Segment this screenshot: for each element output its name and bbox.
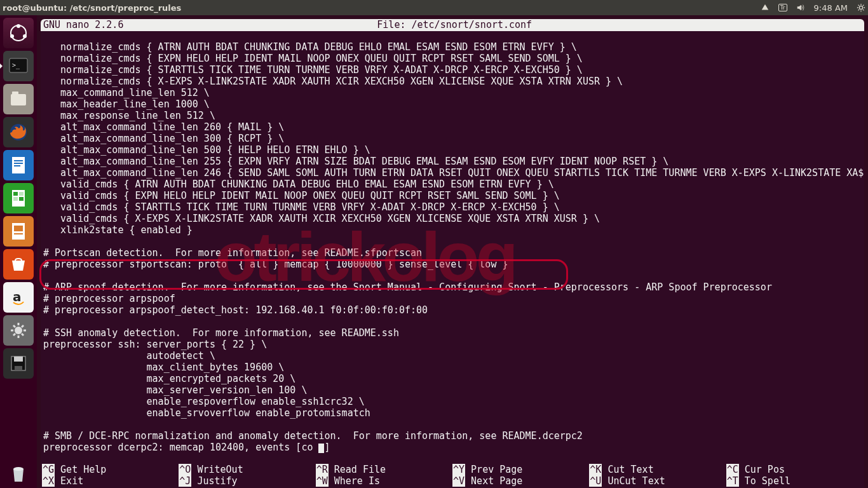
- nano-file-label: File: /etc/snort/snort.conf: [123, 19, 785, 31]
- nano-help-item: ^C Cur Pos: [726, 464, 863, 475]
- nano-help-bar: ^G Get Help^O WriteOut^R Read File^Y Pre…: [41, 464, 864, 488]
- nano-help-item: ^J Justify: [179, 475, 315, 487]
- svg-text:a: a: [13, 289, 22, 304]
- svg-rect-26: [15, 366, 22, 370]
- launcher-writer[interactable]: [3, 150, 34, 180]
- nano-help-item: ^T To Spell: [726, 475, 863, 487]
- top-menubar: root@ubuntu: /etc/snort/preproc_rules Tr…: [0, 0, 868, 15]
- network-icon[interactable]: [761, 3, 770, 12]
- nano-title-bar: GNU nano 2.2.6 File: /etc/snort/snort.co…: [41, 19, 864, 31]
- terminal-viewport[interactable]: GNU nano 2.2.6 File: /etc/snort/snort.co…: [41, 19, 864, 488]
- svg-rect-16: [19, 192, 24, 196]
- nano-help-item: ^Y Prev Page: [452, 464, 589, 475]
- svg-rect-13: [14, 165, 20, 166]
- terminal-window: GNU nano 2.2.6 File: /etc/snort/snort.co…: [37, 15, 868, 488]
- launcher-amazon[interactable]: a: [3, 282, 34, 313]
- svg-rect-18: [19, 197, 24, 201]
- svg-point-4: [23, 34, 27, 38]
- nano-help-item: ^W Where Is: [316, 475, 452, 487]
- nano-help-item: ^G Get Help: [42, 464, 179, 475]
- launcher-dash[interactable]: [3, 18, 34, 48]
- nano-help-item: ^X Exit: [42, 475, 179, 487]
- svg-rect-12: [14, 163, 23, 164]
- launcher-firefox[interactable]: [3, 117, 34, 147]
- launcher-save-icon[interactable]: [3, 348, 34, 379]
- svg-point-27: [13, 467, 24, 471]
- launcher-software-center[interactable]: [3, 249, 34, 280]
- nano-help-item: ^R Read File: [316, 464, 452, 475]
- svg-rect-11: [14, 160, 23, 161]
- launcher-trash[interactable]: [3, 458, 34, 488]
- keyboard-layout-indicator[interactable]: Tr: [778, 4, 787, 11]
- svg-rect-8: [12, 92, 18, 95]
- svg-rect-15: [13, 192, 18, 196]
- svg-rect-25: [14, 356, 23, 362]
- svg-point-23: [15, 327, 22, 334]
- session-gear-icon[interactable]: [857, 3, 865, 12]
- nano-help-item: ^U UnCut Text: [589, 475, 726, 487]
- launcher-calc[interactable]: [3, 183, 34, 214]
- nano-help-item: ^V Next Page: [452, 475, 589, 487]
- unity-launcher: >_ a: [0, 15, 37, 488]
- svg-rect-17: [13, 197, 18, 201]
- svg-point-0: [859, 6, 862, 9]
- launcher-impress[interactable]: [3, 216, 34, 247]
- clock[interactable]: 9:48 AM: [814, 3, 848, 13]
- volume-icon[interactable]: [796, 3, 805, 12]
- svg-point-3: [10, 34, 14, 38]
- svg-rect-20: [14, 226, 23, 231]
- window-title: root@ubuntu: /etc/snort/preproc_rules: [3, 3, 181, 13]
- nano-version: GNU nano 2.2.6: [43, 19, 123, 31]
- svg-text:>_: >_: [12, 62, 20, 69]
- launcher-settings[interactable]: [3, 315, 34, 346]
- svg-rect-21: [14, 233, 23, 234]
- nano-editor-body[interactable]: normalize_cmds { ATRN AUTH BDAT CHUNKING…: [41, 31, 864, 456]
- nano-help-item: ^O WriteOut: [179, 464, 315, 475]
- nano-help-item: ^K Cut Text: [589, 464, 726, 475]
- svg-rect-7: [11, 94, 26, 105]
- launcher-terminal[interactable]: >_: [3, 51, 34, 81]
- svg-point-2: [17, 24, 20, 28]
- launcher-files[interactable]: [3, 84, 34, 114]
